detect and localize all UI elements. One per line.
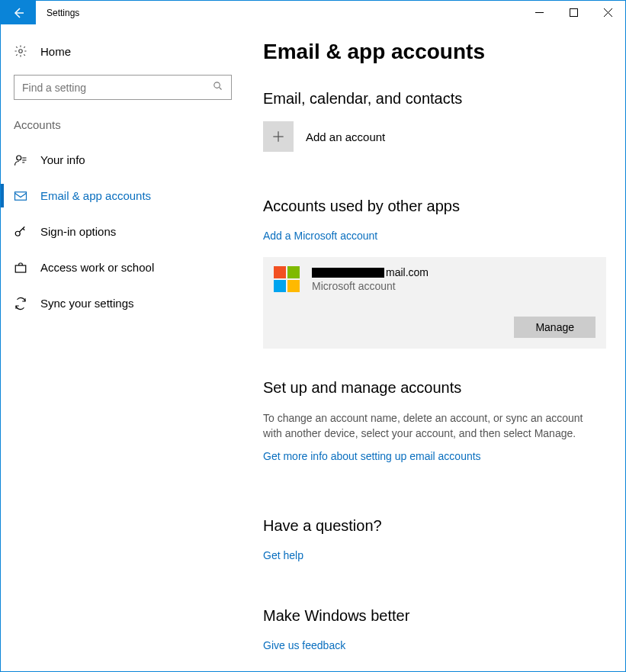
sidebar-item-email-accounts[interactable]: Email & app accounts <box>1 178 245 214</box>
minimize-button[interactable] <box>522 1 557 24</box>
svg-point-5 <box>15 231 20 236</box>
section-other-apps-heading: Accounts used by other apps <box>263 198 607 215</box>
sidebar: Home Accounts Your info <box>1 24 245 671</box>
microsoft-logo-icon <box>274 266 301 294</box>
manage-button[interactable]: Manage <box>514 317 596 338</box>
key-icon <box>14 225 27 239</box>
account-email-suffix: mail.com <box>386 266 429 278</box>
add-account-label: Add an account <box>306 130 385 143</box>
svg-point-2 <box>214 82 220 88</box>
maximize-icon <box>570 8 578 17</box>
window-title: Settings <box>36 1 79 24</box>
section-setup-heading: Set up and manage accounts <box>263 379 607 397</box>
mail-icon <box>14 189 27 203</box>
gear-icon <box>14 44 27 58</box>
settings-window: Settings Home <box>0 0 626 672</box>
sidebar-item-sign-in-options[interactable]: Sign-in options <box>1 214 245 249</box>
section-question-heading: Have a question? <box>263 517 607 535</box>
give-feedback-link[interactable]: Give us feedback <box>263 639 345 651</box>
section-email-heading: Email, calendar, and contacts <box>263 90 607 108</box>
sidebar-item-label: Email & app accounts <box>40 189 151 202</box>
maximize-button[interactable] <box>557 1 591 24</box>
svg-point-1 <box>19 50 23 53</box>
add-account-button[interactable]: Add an account <box>263 121 607 152</box>
page-title: Email & app accounts <box>263 40 607 64</box>
get-help-link[interactable]: Get help <box>263 549 303 561</box>
plus-icon <box>263 121 294 152</box>
sync-icon <box>14 297 27 310</box>
arrow-left-icon <box>11 6 25 20</box>
account-email: mail.com <box>312 266 596 278</box>
home-button[interactable]: Home <box>1 38 245 64</box>
sidebar-item-label: Sync your settings <box>40 297 134 310</box>
sidebar-item-label: Your info <box>40 153 85 166</box>
svg-rect-4 <box>15 191 27 200</box>
search-icon <box>212 80 223 95</box>
add-microsoft-account-link[interactable]: Add a Microsoft account <box>263 230 377 242</box>
home-label: Home <box>40 45 71 58</box>
minimize-icon <box>535 8 544 17</box>
redacted-text <box>312 268 384 278</box>
main-content: Email & app accounts Email, calendar, an… <box>245 24 625 671</box>
account-type: Microsoft account <box>312 280 596 292</box>
sidebar-item-label: Access work or school <box>40 261 154 274</box>
search-box[interactable] <box>14 75 232 100</box>
svg-rect-6 <box>15 265 26 272</box>
body: Home Accounts Your info <box>1 24 625 671</box>
setup-description: To change an account name, delete an acc… <box>263 410 599 442</box>
sidebar-item-sync[interactable]: Sync your settings <box>1 285 245 321</box>
briefcase-icon <box>14 261 27 275</box>
titlebar: Settings <box>1 1 625 24</box>
close-icon <box>604 8 612 17</box>
account-card[interactable]: mail.com Microsoft account Manage <box>263 257 606 349</box>
back-button[interactable] <box>1 1 36 24</box>
section-feedback-heading: Make Windows better <box>263 607 607 625</box>
sidebar-item-work-school[interactable]: Access work or school <box>1 249 245 285</box>
sidebar-heading: Accounts <box>1 118 245 142</box>
sidebar-item-label: Sign-in options <box>40 225 116 238</box>
search-input[interactable] <box>22 82 212 94</box>
svg-point-3 <box>17 156 21 160</box>
window-controls <box>522 1 625 24</box>
setup-more-info-link[interactable]: Get more info about setting up email acc… <box>263 450 481 462</box>
svg-rect-0 <box>570 9 578 17</box>
close-button[interactable] <box>591 1 625 24</box>
person-icon <box>14 153 27 167</box>
sidebar-item-your-info[interactable]: Your info <box>1 142 245 178</box>
